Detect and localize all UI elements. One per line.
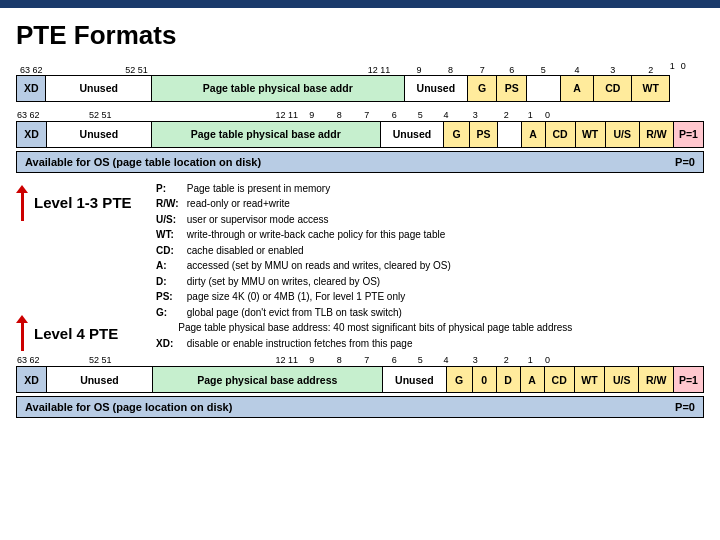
cell-blank — [526, 75, 560, 101]
cell-ps: PS — [497, 75, 526, 101]
cell-unused1: Unused — [46, 75, 151, 101]
level13-label-group: Level 1-3 PTE — [16, 185, 136, 221]
cell-page-table-addr: Page table physical base addr — [151, 75, 404, 101]
cell-g: G — [467, 75, 496, 101]
bottom-tables-container: 63 62 52 51 12 11 9 8 7 6 5 4 3 2 1 0 XD… — [16, 355, 704, 418]
arrow-line2 — [21, 323, 24, 351]
arrow-line — [21, 193, 24, 221]
arrow-up2-icon — [16, 315, 28, 323]
level13-table-wrapper: 63 62 52 51 12 11 9 8 7 6 5 4 3 2 10 XD … — [16, 61, 704, 102]
level13-arrow — [16, 185, 28, 221]
level4-label: Level 4 PTE — [34, 325, 118, 342]
bit-numbers-row1: 63 62 52 51 12 11 9 8 7 6 5 4 3 2 10 — [17, 61, 704, 75]
cell-wt: WT — [632, 75, 670, 101]
level13-table: 63 62 52 51 12 11 9 8 7 6 5 4 3 2 10 XD … — [16, 61, 704, 102]
top-bar — [0, 0, 720, 8]
main-content: PTE Formats — [0, 8, 720, 434]
level-labels-container: Level 1-3 PTE Level 4 PTE — [16, 181, 136, 352]
level4-arrow — [16, 315, 28, 351]
cell-unused2: Unused — [404, 75, 467, 101]
cell-xd: XD — [17, 75, 46, 101]
level13-label: Level 1-3 PTE — [34, 194, 132, 211]
cell-cd: CD — [594, 75, 632, 101]
arrow-up-icon — [16, 185, 28, 193]
level4-label-group: Level 4 PTE — [16, 315, 136, 351]
level13-cells: XD Unused Page table physical base addr … — [17, 75, 704, 101]
tables-container: 63 62 52 51 12 11 9 8 7 6 5 4 3 2 1 0 XD… — [16, 110, 704, 173]
cell-a: A — [560, 75, 594, 101]
page-title: PTE Formats — [16, 20, 704, 51]
description-section: Level 1-3 PTE Level 4 PTE P: Page table … — [16, 181, 704, 352]
desc-text-block: P: Page table is present in memoryR/W: r… — [156, 181, 704, 352]
